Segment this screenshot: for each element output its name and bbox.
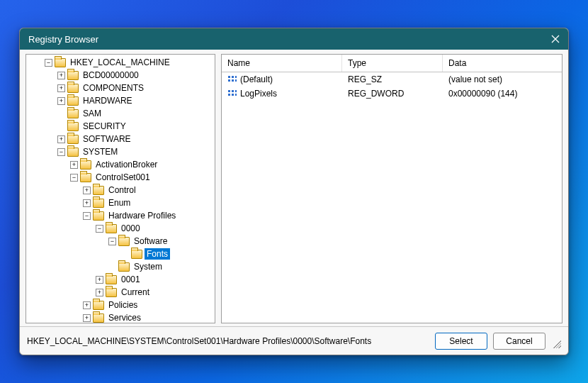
folder-closed-icon	[93, 199, 104, 208]
window-title: Registry Browser	[28, 34, 98, 45]
folder-closed-icon	[106, 275, 117, 284]
folder-closed-icon	[93, 186, 104, 195]
svg-rect-0	[228, 76, 230, 78]
expander-plus-icon[interactable]: +	[57, 135, 65, 143]
col-type[interactable]: Type	[342, 55, 443, 72]
tree-node-components[interactable]: COMPONENTS	[81, 82, 146, 94]
tree-node-enum[interactable]: Enum	[106, 197, 132, 209]
svg-rect-6	[228, 90, 230, 92]
folder-closed-icon	[67, 84, 79, 93]
expander-minus-icon[interactable]: −	[57, 148, 65, 156]
tree-node-0001[interactable]: 0001	[119, 274, 142, 285]
expander-plus-icon[interactable]: +	[70, 161, 78, 169]
expander-plus-icon[interactable]: +	[83, 199, 91, 207]
expander-minus-icon[interactable]: −	[96, 225, 103, 233]
titlebar[interactable]: Registry Browser	[20, 28, 568, 50]
svg-rect-4	[232, 79, 234, 82]
folder-closed-icon	[118, 262, 130, 272]
col-name[interactable]: Name	[222, 55, 342, 72]
value-name: LogPixels	[240, 89, 277, 99]
svg-rect-11	[235, 94, 237, 96]
svg-rect-9	[228, 94, 230, 96]
value-type: REG_SZ	[348, 74, 382, 84]
content-area: − HKEY_LOCAL_MACHINE + BCD00000000	[20, 50, 568, 326]
folder-closed-icon	[67, 135, 79, 144]
values-body[interactable]: (Default) REG_SZ (value not set) LogPixe…	[222, 72, 562, 323]
close-button[interactable]	[548, 32, 562, 46]
cancel-button[interactable]: Cancel	[493, 333, 545, 350]
footer: HKEY_LOCAL_MACHINE\SYSTEM\ControlSet001\…	[20, 326, 568, 355]
expander-plus-icon[interactable]: +	[57, 84, 65, 92]
registry-value-icon	[227, 75, 237, 84]
svg-rect-2	[235, 76, 237, 78]
folder-open-icon	[93, 211, 104, 221]
values-pane: Name Type Data (Default) REG_SZ (value n…	[221, 54, 562, 323]
expander-minus-icon[interactable]: −	[70, 174, 78, 182]
expander-minus-icon[interactable]: −	[45, 59, 52, 67]
expander-plus-icon[interactable]: +	[57, 72, 65, 79]
expander-plus-icon[interactable]: +	[96, 289, 103, 296]
svg-rect-1	[232, 76, 234, 78]
svg-rect-7	[232, 90, 234, 92]
folder-open-icon	[131, 250, 142, 259]
registry-value-icon	[227, 89, 237, 98]
value-row[interactable]: (Default) REG_SZ (value not set)	[222, 72, 562, 87]
tree-node-0000-system[interactable]: System	[132, 261, 164, 272]
expander-minus-icon[interactable]: −	[83, 212, 91, 220]
registry-tree[interactable]: − HKEY_LOCAL_MACHINE + BCD00000000	[26, 56, 215, 323]
value-row[interactable]: LogPixels REG_DWORD 0x00000090 (144)	[222, 87, 562, 101]
svg-rect-10	[232, 94, 234, 96]
folder-closed-icon	[93, 301, 104, 310]
folder-closed-icon	[106, 288, 117, 297]
folder-open-icon	[55, 58, 66, 67]
footer-buttons: Select Cancel	[435, 333, 561, 350]
tree-node-hklm[interactable]: HKEY_LOCAL_MACHINE	[68, 57, 172, 68]
tree-node-controlset001[interactable]: ControlSet001	[94, 172, 152, 183]
expander-minus-icon[interactable]: −	[108, 238, 116, 245]
tree-node-security[interactable]: SECURITY	[81, 121, 128, 132]
tree-node-0000-software[interactable]: Software	[132, 235, 169, 247]
value-type: REG_DWORD	[348, 89, 404, 99]
expander-plus-icon[interactable]: +	[83, 301, 91, 309]
tree-node-sam[interactable]: SAM	[81, 108, 103, 119]
svg-rect-8	[235, 90, 237, 92]
expander-plus-icon[interactable]: +	[83, 314, 91, 322]
folder-open-icon	[106, 224, 117, 233]
expander-plus-icon[interactable]: +	[83, 187, 91, 194]
col-data[interactable]: Data	[443, 55, 562, 72]
tree-node-bcd[interactable]: BCD00000000	[81, 70, 141, 81]
folder-open-icon	[118, 237, 130, 246]
tree-node-hardwareprofiles[interactable]: Hardware Profiles	[106, 210, 178, 221]
tree-pane[interactable]: − HKEY_LOCAL_MACHINE + BCD00000000	[26, 54, 215, 323]
tree-node-0000[interactable]: 0000	[119, 223, 142, 234]
registry-browser-window: Registry Browser − HKEY_LOCAL_MACHINE	[19, 28, 569, 355]
select-button[interactable]: Select	[435, 333, 487, 350]
expander-plus-icon[interactable]: +	[57, 97, 65, 105]
close-icon	[551, 35, 560, 43]
svg-rect-3	[228, 79, 230, 82]
values-header[interactable]: Name Type Data	[222, 55, 562, 72]
value-name: (Default)	[240, 74, 273, 84]
folder-closed-icon	[67, 96, 79, 106]
value-data: 0x00000090 (144)	[448, 89, 517, 99]
folder-closed-icon	[67, 122, 79, 131]
tree-node-software[interactable]: SOFTWARE	[81, 133, 133, 145]
path-display: HKEY_LOCAL_MACHINE\SYSTEM\ControlSet001\…	[27, 336, 371, 346]
folder-closed-icon	[80, 160, 91, 170]
resize-grip[interactable]	[551, 338, 561, 348]
folder-closed-icon	[67, 71, 79, 80]
folder-closed-icon	[93, 313, 104, 323]
expander-plus-icon[interactable]: +	[96, 276, 103, 284]
tree-node-services[interactable]: Services	[106, 312, 143, 323]
tree-node-policies[interactable]: Policies	[106, 299, 140, 311]
tree-node-fonts[interactable]: Fonts	[145, 248, 170, 260]
tree-node-current[interactable]: Current	[119, 287, 152, 298]
tree-node-hardware[interactable]: HARDWARE	[81, 95, 135, 106]
folder-closed-icon	[67, 109, 79, 118]
value-data: (value not set)	[448, 74, 502, 84]
folder-open-icon	[80, 173, 91, 182]
tree-node-activationbroker[interactable]: ActivationBroker	[94, 159, 159, 170]
tree-node-control[interactable]: Control	[106, 184, 138, 196]
svg-rect-5	[235, 79, 237, 82]
tree-node-system[interactable]: SYSTEM	[81, 146, 120, 157]
